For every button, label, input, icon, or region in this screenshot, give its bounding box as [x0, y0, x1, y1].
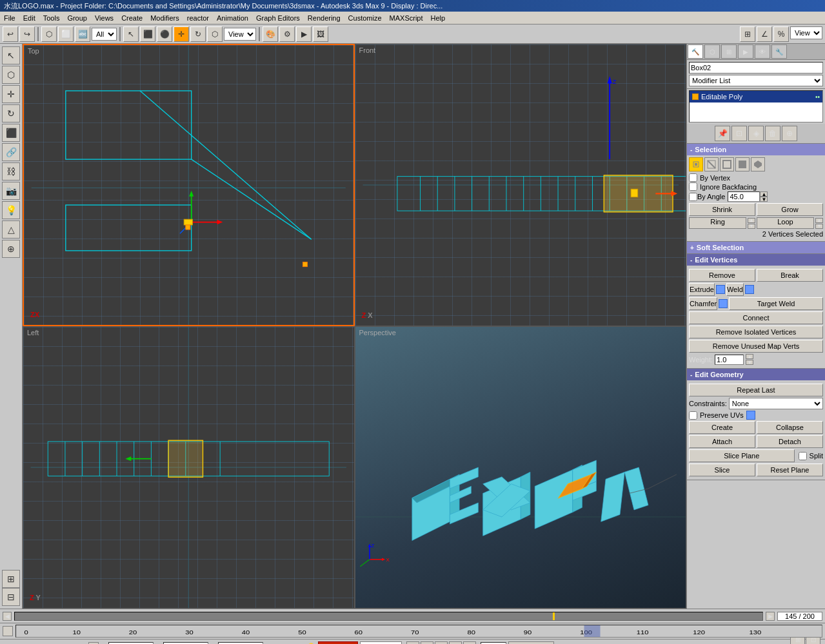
select-by-name-btn[interactable]: 🔤	[75, 26, 90, 42]
menu-views[interactable]: Views	[91, 13, 117, 23]
detach-button[interactable]: Detach	[757, 435, 823, 448]
left-scale-btn[interactable]: ⬛	[2, 124, 20, 142]
edit-vertices-header[interactable]: - Edit Vertices	[687, 254, 825, 266]
remove-unused-button[interactable]: Remove Unused Map Verts	[689, 340, 823, 353]
edit-geometry-header[interactable]: - Edit Geometry	[687, 369, 825, 380]
key-icon[interactable]: 🔑	[303, 641, 316, 644]
ring-spinner-down[interactable]: ▼	[748, 224, 755, 229]
tab-modify[interactable]: ⬡	[704, 44, 720, 59]
key-filters-btn[interactable]: Key Filters...	[508, 641, 554, 644]
percent-snap[interactable]: %	[773, 26, 789, 42]
slice-plane-button[interactable]: Slice Plane	[689, 449, 795, 462]
modifier-list-select[interactable]: Modifier List	[689, 75, 823, 86]
select-object-btn[interactable]: ⬡	[41, 26, 57, 42]
weight-input[interactable]	[715, 355, 744, 365]
left-select-btn[interactable]: ⬡	[2, 66, 20, 84]
connect-button[interactable]: Connect	[689, 311, 823, 324]
chamfer-button[interactable]: Chamfer	[689, 297, 717, 310]
render-setup-btn[interactable]: ⚙	[279, 26, 295, 42]
menu-create[interactable]: Create	[117, 13, 146, 23]
left-axes-btn[interactable]: ⊞	[2, 570, 20, 588]
loop-spinner-up[interactable]: ▲	[815, 218, 823, 223]
top-viewport[interactable]: Top	[23, 44, 355, 326]
chamfer-settings-button[interactable]	[719, 299, 728, 308]
split-checkbox[interactable]	[799, 452, 807, 460]
reset-plane-button[interactable]: Reset Plane	[757, 463, 823, 476]
selected-dropdown[interactable]: Selected	[360, 641, 402, 644]
by-angle-checkbox[interactable]	[689, 193, 697, 201]
frame-input[interactable]	[481, 642, 506, 645]
menu-customize[interactable]: Customize	[344, 13, 386, 23]
angle-value-input[interactable]	[728, 191, 760, 202]
menu-group[interactable]: Group	[63, 13, 91, 23]
render-active-btn[interactable]: 🖼	[313, 26, 328, 42]
loop-button[interactable]: Loop	[757, 217, 814, 229]
modifier-item-editable-poly[interactable]: Editable Poly • •	[690, 91, 822, 102]
z-coord-input[interactable]	[218, 642, 263, 645]
menu-help[interactable]: Help	[427, 13, 450, 23]
goto-end-btn[interactable]: ▶|	[463, 641, 476, 644]
select-region-circle[interactable]: ⚫	[157, 26, 172, 42]
weld-button[interactable]: Weld	[726, 283, 744, 296]
angle-spinner-down[interactable]: ▼	[760, 197, 768, 202]
view-select-right[interactable]: View	[790, 26, 822, 39]
vertex-icon[interactable]	[689, 157, 703, 171]
tab-utilities[interactable]: 🔧	[771, 44, 787, 59]
left-create-btn[interactable]: ↖	[2, 46, 20, 64]
move-btn[interactable]: ✛	[174, 26, 189, 42]
edge-icon[interactable]	[704, 157, 719, 171]
left-light-btn[interactable]: 💡	[2, 201, 20, 219]
left-viewport[interactable]: Left	[23, 326, 355, 609]
weight-spinner-up[interactable]: ▲	[746, 354, 753, 359]
preserve-uvs-checkbox[interactable]	[689, 411, 697, 420]
preserve-uvs-settings[interactable]	[746, 411, 755, 420]
menu-reactor[interactable]: reactor	[183, 13, 213, 23]
poly-icon[interactable]	[735, 157, 750, 171]
remove-button[interactable]: Remove	[689, 269, 755, 282]
menu-animation[interactable]: Animation	[213, 13, 252, 23]
menu-tools[interactable]: Tools	[39, 13, 64, 23]
render-btn[interactable]: ▶	[296, 26, 312, 42]
select-region-btn[interactable]: ⬜	[58, 26, 74, 42]
play-btn[interactable]: ▶	[435, 641, 448, 644]
left-helpers-btn[interactable]: ⊕	[2, 240, 20, 258]
break-button[interactable]: Break	[757, 269, 823, 282]
tab-display[interactable]: 👁	[755, 44, 770, 59]
create-button[interactable]: Create	[689, 421, 755, 434]
goto-start-btn[interactable]: |◀	[406, 641, 419, 644]
border-icon[interactable]	[720, 157, 734, 171]
configure-sets[interactable]: ⊕	[782, 126, 797, 141]
shrink-button[interactable]: Shrink	[689, 203, 755, 216]
object-name-input[interactable]	[689, 62, 823, 73]
timeline-track[interactable]	[14, 612, 763, 621]
pin-button[interactable]: 📌	[715, 126, 730, 141]
select-btn[interactable]: ↖	[123, 26, 139, 42]
menu-graph-editors[interactable]: Graph Editors	[252, 13, 304, 23]
material-btn[interactable]: 🎨	[263, 26, 278, 42]
ignore-backfacing-checkbox[interactable]	[689, 182, 697, 191]
angle-snap[interactable]: ∠	[757, 26, 772, 42]
rotate-btn[interactable]: ↻	[190, 26, 206, 42]
left-grid-btn[interactable]: ⊟	[2, 588, 20, 606]
menu-edit[interactable]: Edit	[19, 13, 39, 23]
left-camera-btn[interactable]: 📷	[2, 182, 20, 200]
constraints-select[interactable]: None Edge Face Normal	[729, 398, 823, 409]
menu-maxscript[interactable]: MAXScript	[386, 13, 427, 23]
menu-file[interactable]: File	[0, 13, 19, 23]
next-frame-btn[interactable]: ▶	[449, 641, 462, 644]
tab-create[interactable]: 🔨	[688, 44, 703, 59]
menu-rendering[interactable]: Rendering	[304, 13, 344, 23]
ring-button[interactable]: Ring	[689, 217, 746, 229]
extrude-button[interactable]: Extrude	[689, 283, 715, 296]
extrude-settings-button[interactable]	[716, 285, 725, 294]
select-region-rect[interactable]: ⬛	[140, 26, 155, 42]
selection-header[interactable]: - Selection	[687, 144, 825, 155]
weld-settings-button[interactable]	[745, 285, 754, 294]
tab-motion[interactable]: ▶	[738, 44, 753, 59]
left-shapes-btn[interactable]: △	[2, 220, 20, 239]
remove-modifier[interactable]: 🗑	[765, 126, 780, 141]
filter-select[interactable]: All	[92, 28, 117, 41]
menu-modifiers[interactable]: Modifiers	[146, 13, 183, 23]
loop-spinner-down[interactable]: ▼	[815, 224, 823, 229]
front-viewport[interactable]: Front Z	[355, 44, 687, 326]
